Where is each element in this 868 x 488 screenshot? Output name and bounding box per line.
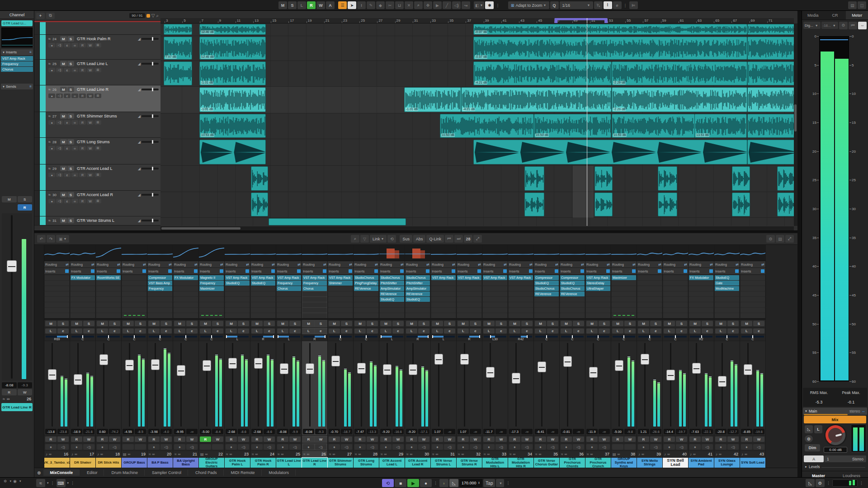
horizontal-scrollbar[interactable]: [160, 226, 794, 230]
mixer-fader-handle[interactable]: [563, 356, 572, 367]
write-automation-button[interactable]: W: [650, 436, 661, 442]
record-enable-icon[interactable]: ●: [48, 173, 55, 177]
punch-icon[interactable]: ◗: [439, 479, 448, 487]
monitor-icon[interactable]: ◁): [392, 444, 404, 450]
write-automation-button[interactable]: W: [83, 436, 94, 442]
mixer-channel-37[interactable]: Routing⇄InsertsVST Amp RackStereoDelayUl…: [585, 245, 611, 468]
monitor-icon[interactable]: ◁): [186, 444, 198, 450]
write-automation-icon[interactable]: W: [87, 68, 94, 72]
insert-slot[interactable]: [354, 297, 378, 302]
monitor-icon[interactable]: ◁): [56, 68, 63, 72]
record-enable-icon[interactable]: ●: [715, 444, 726, 450]
inserts-rack-header[interactable]: Inserts: [663, 268, 688, 275]
metronome-click-icon[interactable]: ◺: [449, 479, 458, 487]
insert-slot[interactable]: [406, 308, 430, 313]
routing-rack-header[interactable]: Routing⇄: [714, 261, 740, 268]
channel-eq-curve[interactable]: [302, 245, 327, 261]
track-color-strip[interactable]: [40, 191, 46, 216]
transport-gear-icon[interactable]: ⚙: [816, 479, 825, 487]
mixer-solo-button[interactable]: S: [341, 321, 352, 326]
read-automation-button[interactable]: R: [303, 436, 314, 442]
track-row-29[interactable]: ≈29MSGTR Accent Lead L◢●◁)e∞RW⊞: [34, 164, 160, 191]
insert-slot[interactable]: [328, 286, 353, 291]
mixer-fader-handle[interactable]: [383, 364, 392, 375]
insert-slot[interactable]: [509, 291, 533, 296]
pan-control[interactable]: L: [379, 335, 405, 341]
mixer-listen-button[interactable]: L: [200, 328, 211, 333]
peak-db-value[interactable]: -∞: [599, 429, 610, 434]
mixer-fader[interactable]: [431, 341, 456, 428]
insert-slot[interactable]: [612, 286, 636, 291]
write-automation-button[interactable]: W: [212, 436, 223, 442]
insert-slot[interactable]: [251, 313, 275, 318]
inserts-rack-header[interactable]: Inserts: [508, 268, 533, 275]
insert-slot[interactable]: [71, 291, 95, 296]
mixer-mute-button[interactable]: M: [148, 321, 160, 326]
mixer-mute-button[interactable]: M: [741, 321, 752, 326]
mixer-fader[interactable]: [250, 341, 276, 428]
midi-activity-icon[interactable]: ⌨: [57, 479, 66, 487]
mixer-edit-button[interactable]: e: [135, 328, 146, 333]
insert-slot[interactable]: StudioEQ: [225, 281, 250, 286]
mixer-channel-19[interactable]: Routing⇄InsertsMSLeC-4.55-8.5RW▤∞19GROUP…: [122, 245, 147, 468]
record-enable-icon[interactable]: ●: [509, 444, 520, 450]
insert-slot[interactable]: [560, 297, 585, 302]
insert-slot[interactable]: [148, 308, 172, 313]
monitor-icon[interactable]: ◁): [238, 444, 249, 450]
quantize-preset-select[interactable]: 1/16▼: [560, 1, 593, 9]
track-drag-rail[interactable]: [34, 216, 40, 225]
monitor-icon[interactable]: ◁): [470, 444, 481, 450]
insert-slot[interactable]: [380, 313, 404, 318]
inserts-rack-header[interactable]: Inserts: [689, 268, 714, 275]
insert-slot[interactable]: Frequency: [148, 286, 172, 291]
mixer-fader-handle[interactable]: [228, 358, 237, 369]
routing-rack-header[interactable]: Routing⇄: [379, 261, 405, 268]
play-order-tool-icon[interactable]: ▶: [433, 1, 442, 9]
insert-slot[interactable]: [663, 302, 688, 307]
write-automation-button[interactable]: W: [418, 436, 429, 442]
insert-slot[interactable]: Gate: [715, 281, 739, 286]
lower-tab-mixconsole[interactable]: MixConsole: [43, 469, 80, 476]
mixer-channel-name[interactable]: GTR Modulation Hits L: [482, 458, 508, 468]
monitor-icon[interactable]: ◁): [289, 444, 301, 450]
read-automation-icon[interactable]: R: [79, 173, 86, 177]
routing-rack-header[interactable]: Routing⇄: [328, 261, 353, 268]
channel-eq-curve[interactable]: [714, 245, 740, 261]
peak-db-value[interactable]: -74.2: [109, 429, 120, 434]
insert-slot[interactable]: StudioChorus: [354, 275, 378, 280]
mixer-channel-34[interactable]: Routing⇄InsertsVST Amp RackMSLeR42-17.3-…: [508, 245, 534, 468]
record-enable-icon[interactable]: ●: [664, 444, 675, 450]
write-automation-button[interactable]: W: [624, 436, 636, 442]
inspector-insert-slot[interactable]: Frequency: [1, 61, 33, 66]
mixer-listen-button[interactable]: L: [329, 328, 340, 333]
channel-filter-icon[interactable]: ▽: [360, 235, 369, 243]
insert-slot[interactable]: [45, 275, 69, 280]
peak-db-value[interactable]: -18.7: [341, 429, 352, 434]
write-automation-button[interactable]: W: [495, 436, 507, 442]
insert-slot[interactable]: [637, 286, 662, 291]
pan-control[interactable]: R42: [508, 335, 533, 341]
insert-slot[interactable]: StudioEQ: [251, 281, 275, 286]
write-automation-icon[interactable]: W: [87, 120, 94, 125]
channel-pan-control[interactable]: R: [18, 204, 33, 211]
insert-slot[interactable]: [302, 297, 327, 302]
pan-control[interactable]: R69: [44, 335, 70, 341]
peak-db-value[interactable]: -13.3: [367, 429, 378, 434]
insert-slot[interactable]: [199, 297, 224, 302]
mixer-listen-button[interactable]: L: [664, 328, 675, 333]
insert-slot[interactable]: [225, 308, 250, 313]
peak-db-value[interactable]: -8.5: [135, 429, 146, 434]
mixer-listen-button[interactable]: L: [251, 328, 263, 333]
insert-slot[interactable]: [586, 291, 610, 296]
mixer-mute-button[interactable]: M: [406, 321, 417, 326]
workspace-icon[interactable]: ✲: [3, 479, 8, 483]
mixer-channel-name[interactable]: GTR Lead Line L: [276, 458, 302, 468]
write-automation-button[interactable]: W: [444, 436, 455, 442]
audio-event[interactable]: [164, 61, 192, 85]
mixer-listen-button[interactable]: L: [148, 328, 160, 333]
insert-slot[interactable]: StudioEQ: [534, 281, 559, 286]
insert-slot[interactable]: [612, 291, 636, 296]
write-automation-icon[interactable]: W: [87, 146, 94, 150]
track-mute-button[interactable]: M: [60, 113, 67, 119]
mixer-channel-name[interactable]: GTR Verse Chorus Guitar: [534, 458, 559, 468]
